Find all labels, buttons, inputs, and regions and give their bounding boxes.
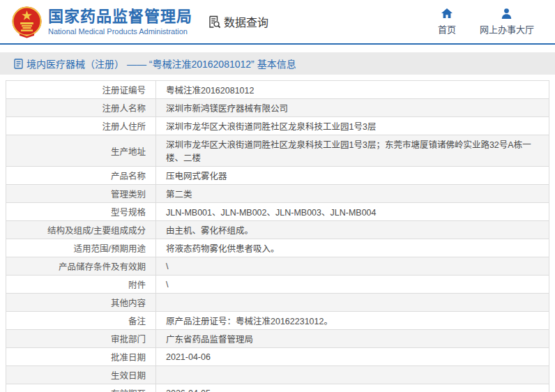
document-icon	[14, 59, 23, 69]
row-label: 结构及组成/主要组成成分	[6, 221, 156, 239]
table-row: 其他内容	[6, 294, 549, 312]
data-query-icon	[208, 15, 221, 29]
national-emblem-logo	[11, 6, 43, 38]
table-row: 审批部门广东省药品监督管理局	[6, 330, 549, 348]
row-label: 附件	[6, 276, 156, 293]
nav-home-label: 首页	[438, 22, 456, 36]
row-label: 备注	[6, 312, 156, 329]
row-label: 其他内容	[6, 294, 156, 311]
row-label: 审批部门	[6, 330, 156, 347]
table-row: 产品名称压电网式雾化器	[6, 167, 549, 185]
row-label: 产品名称	[6, 167, 156, 184]
row-label: 生产地址	[6, 135, 156, 166]
table-row: 结构及组成/主要组成成分由主机、雾化杯组成。	[6, 221, 549, 239]
table-row: 附件\	[6, 276, 549, 294]
table-row: 备注原产品注册证号：粤械注准20162231012。	[6, 312, 549, 330]
nav-service-hall[interactable]: 网上办事大厅	[480, 8, 534, 36]
row-value: 2026-04-05	[156, 384, 549, 392]
row-value: 深圳市龙华区大浪街道同胜社区龙泉科技工业园1号3层；东莞市塘厦镇诸佛岭实业路32…	[156, 135, 549, 166]
row-label: 有效期至	[6, 384, 156, 392]
table-row: 产品储存条件及有效期\	[6, 257, 549, 276]
row-value: 由主机、雾化杯组成。	[156, 221, 549, 239]
site-header: 国家药品监督管理局 National Medical Products Admi…	[0, 0, 555, 45]
row-value: \	[156, 257, 549, 275]
table-row: 注册人名称深圳市新鸿镁医疗器械有限公司	[6, 99, 549, 117]
row-label: 管理类别	[6, 185, 156, 202]
row-value: 压电网式雾化器	[156, 167, 549, 184]
row-value: 粤械注准20162081012	[156, 81, 549, 98]
data-query-nav[interactable]: 数据查询	[208, 13, 268, 30]
data-query-label: 数据查询	[224, 13, 268, 30]
nav-home[interactable]: 首页	[438, 8, 456, 36]
row-value	[156, 366, 549, 384]
row-label: 注册人住所	[6, 117, 156, 135]
row-value: JLN-MB001、JLN-MB002、JLN-MB003、JLN-MB004	[156, 203, 549, 220]
row-value: 深圳市龙华区大浪街道同胜社区龙泉科技工业园1号3层	[156, 117, 549, 135]
row-label: 注册人名称	[6, 99, 156, 116]
table-row: 型号规格JLN-MB001、JLN-MB002、JLN-MB003、JLN-MB…	[6, 203, 549, 221]
table-row: 生效日期	[6, 366, 549, 384]
table-row: 管理类别第二类	[6, 185, 549, 203]
table-row: 有效期至2026-04-05	[6, 384, 549, 392]
row-value	[156, 294, 549, 311]
registration-detail-table: 注册证编号粤械注准20162081012注册人名称深圳市新鸿镁医疗器械有限公司注…	[6, 80, 549, 392]
brand: 国家药品监督管理局 National Medical Products Admi…	[11, 6, 192, 38]
top-nav: 首页 网上办事大厅	[438, 8, 534, 36]
row-label: 产品储存条件及有效期	[6, 257, 156, 275]
table-row: 注册人住所深圳市龙华区大浪街道同胜社区龙泉科技工业园1号3层	[6, 117, 549, 135]
table-row: 生产地址深圳市龙华区大浪街道同胜社区龙泉科技工业园1号3层；东莞市塘厦镇诸佛岭实…	[6, 135, 549, 167]
breadcrumb-bar: 境内医疗器械（注册） —— “粤械注准20162081012” 基本信息	[0, 52, 555, 75]
row-value: 第二类	[156, 185, 549, 202]
row-label: 适用范围/预期用途	[6, 239, 156, 257]
user-icon	[501, 8, 512, 19]
home-icon	[441, 8, 453, 19]
row-label: 批准日期	[6, 348, 156, 365]
row-value: 广东省药品监督管理局	[156, 330, 549, 347]
table-row: 批准日期2021-04-06	[6, 348, 549, 366]
row-value: 深圳市新鸿镁医疗器械有限公司	[156, 99, 549, 116]
nav-service-hall-label: 网上办事大厅	[480, 22, 534, 36]
row-label: 型号规格	[6, 203, 156, 220]
row-value: 2021-04-06	[156, 348, 549, 365]
org-name-cn: 国家药品监督管理局	[48, 8, 192, 25]
row-label: 注册证编号	[6, 81, 156, 98]
breadcrumb: 境内医疗器械（注册） —— “粤械注准20162081012” 基本信息	[26, 56, 296, 70]
row-label: 生效日期	[6, 366, 156, 384]
row-value: 将液态药物雾化供患者吸入。	[156, 239, 549, 257]
row-value: 原产品注册证号：粤械注准20162231012。	[156, 312, 549, 329]
table-row: 适用范围/预期用途将液态药物雾化供患者吸入。	[6, 239, 549, 257]
row-value: \	[156, 276, 549, 293]
table-row: 注册证编号粤械注准20162081012	[6, 81, 549, 99]
org-name-en: National Medical Products Administration	[48, 27, 192, 36]
